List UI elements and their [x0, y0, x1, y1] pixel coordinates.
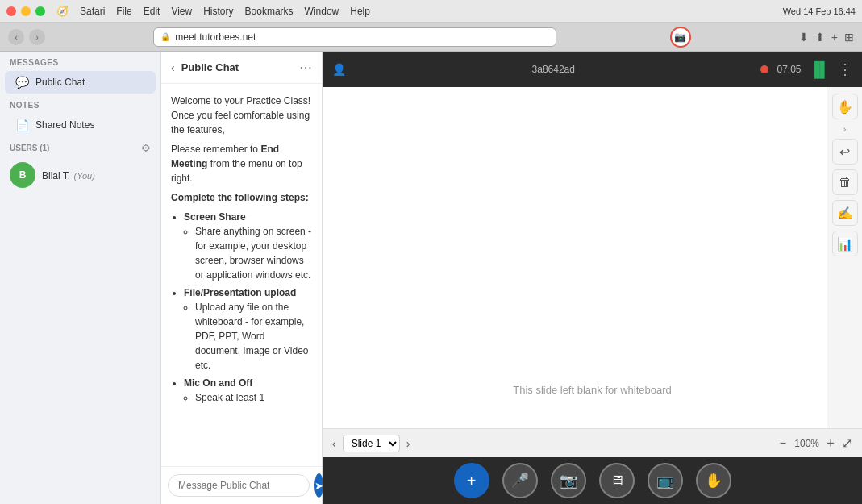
user-display-name: Bilal T.	[42, 170, 70, 181]
zoom-level-display: 100%	[794, 438, 819, 449]
mac-titlebar: 🧭 Safari File Edit View History Bookmark…	[0, 0, 862, 23]
chat-menu-button[interactable]: ⋯	[299, 60, 312, 75]
maximize-button[interactable]	[35, 6, 45, 16]
tab-overview-button[interactable]: ⊞	[844, 31, 854, 44]
sidebar-item-shared-notes[interactable]: 📄 Shared Notes	[5, 114, 156, 136]
avatar: B	[10, 162, 35, 188]
more-options-button[interactable]: ⋮	[838, 60, 852, 78]
chat-message-input[interactable]	[168, 474, 310, 497]
fullscreen-button[interactable]: ⤢	[842, 435, 852, 451]
main-content: MESSAGES 💬 Public Chat NOTES 📄 Shared No…	[0, 52, 862, 504]
camera-permission-button[interactable]: 📷	[670, 27, 691, 48]
signal-bars-icon: ▐▌	[809, 61, 830, 78]
nav-controls[interactable]: ‹ ›	[8, 29, 45, 45]
menu-bookmarks[interactable]: Bookmarks	[245, 6, 294, 17]
trash-button[interactable]: 🗑	[832, 169, 858, 195]
user-list-item[interactable]: B Bilal T. (You)	[0, 159, 160, 191]
mic-toggle-button[interactable]: 🎤	[502, 463, 538, 498]
menu-edit[interactable]: Edit	[144, 6, 160, 17]
chat-steps-list: Screen Share Share anything on screen - …	[171, 210, 312, 405]
participant-icon-button[interactable]: 👤	[332, 63, 346, 76]
users-gear-icon[interactable]: ⚙	[141, 142, 151, 154]
list-item: Mic On and Off Speak at least 1	[184, 376, 312, 405]
bottom-action-bar: + 🎤 📷 🖥 📺 ✋	[323, 457, 862, 504]
menu-file[interactable]: File	[116, 6, 131, 17]
left-sidebar: MESSAGES 💬 Public Chat NOTES 📄 Shared No…	[0, 52, 161, 504]
address-bar[interactable]: 🔒 meet.tutorbees.net	[153, 27, 556, 47]
user-you-label: (You)	[74, 171, 95, 181]
whiteboard-area[interactable]: This slide left blank for whiteboard ✋ ›…	[323, 87, 862, 428]
list-item: File/Presentation upload Upload any file…	[184, 285, 312, 373]
users-section-label: USERS (1)	[10, 144, 138, 152]
notes-section-label: NOTES	[0, 94, 160, 113]
session-id-display: 3a8642ad	[354, 64, 752, 75]
notes-icon: 📄	[15, 119, 29, 131]
slide-selector[interactable]: Slide 1	[343, 435, 400, 452]
chat-icon: 💬	[15, 76, 29, 89]
list-item: Upload any file on the whiteboard - for …	[195, 300, 312, 373]
undo-button[interactable]: ↩	[832, 139, 858, 165]
safari-icon: 🧭	[56, 6, 69, 17]
browser-right-controls: ⬇ ⬆ + ⊞	[799, 31, 854, 44]
whiteboard-tools-panel: ✋ › ↩ 🗑 ✍ 📊	[827, 87, 862, 428]
menu-window[interactable]: Window	[305, 6, 339, 17]
browser-toolbar: ‹ › 🔒 meet.tutorbees.net 📷 ⬇ ⬆ + ⊞	[0, 23, 862, 52]
slide-prev-button[interactable]: ‹	[332, 437, 336, 450]
sidebar-shared-notes-label: Shared Notes	[35, 119, 94, 131]
recording-badge	[760, 65, 768, 73]
chat-panel-title: Public Chat	[181, 61, 293, 73]
zoom-out-button[interactable]: －	[777, 435, 789, 452]
users-header: USERS (1) ⚙	[0, 137, 160, 159]
chart-button[interactable]: 📊	[832, 231, 858, 256]
sidebar-item-public-chat[interactable]: 💬 Public Chat	[5, 71, 156, 94]
forward-button[interactable]: ›	[29, 29, 45, 45]
sidebar-public-chat-label: Public Chat	[35, 77, 85, 88]
tool-divider: ›	[843, 124, 847, 134]
menu-view[interactable]: View	[171, 6, 192, 17]
screen-share-button[interactable]: 📺	[648, 463, 683, 498]
recording-dot	[760, 65, 768, 73]
add-action-button[interactable]: +	[454, 463, 489, 498]
chat-panel: ‹ Public Chat ⋯ Welcome to your Practice…	[161, 52, 323, 504]
download-button[interactable]: ⬇	[799, 31, 809, 44]
close-button[interactable]	[6, 6, 16, 16]
menu-safari[interactable]: Safari	[80, 6, 105, 17]
zoom-controls: － 100% ＋ ⤢	[777, 435, 852, 452]
messages-section-label: MESSAGES	[0, 52, 160, 70]
share-button[interactable]: ⬆	[815, 31, 825, 44]
menu-history[interactable]: History	[203, 6, 233, 17]
chat-intro-text: Welcome to your Practice Class! Once you…	[171, 94, 312, 137]
hand-raise-button[interactable]: ✋	[696, 463, 731, 498]
hand-tool-button[interactable]: ✋	[832, 94, 858, 119]
traffic-lights[interactable]	[6, 6, 45, 16]
zoom-in-button[interactable]: ＋	[824, 435, 837, 452]
chat-end-note: Please remember to End Meeting from the …	[171, 142, 312, 185]
video-top-bar: 👤 3a8642ad 07:05 ▐▌ ⋮	[323, 52, 862, 87]
lock-icon: 🔒	[160, 32, 170, 41]
new-tab-button[interactable]: +	[831, 31, 838, 44]
back-button[interactable]: ‹	[8, 29, 24, 45]
video-area: 👤 3a8642ad 07:05 ▐▌ ⋮ This slide left bl…	[323, 52, 862, 504]
draw-tool-button[interactable]: ✍	[832, 200, 858, 226]
list-item: Speak at least 1	[195, 390, 312, 405]
minimize-button[interactable]	[21, 6, 31, 16]
url-display: meet.tutorbees.net	[175, 31, 256, 43]
screen-share-toggle-button[interactable]: 🖥	[599, 463, 635, 498]
camera-toggle-button[interactable]: 📷	[551, 463, 586, 498]
chat-back-button[interactable]: ‹	[171, 61, 175, 74]
list-item: Share anything on screen - for example, …	[195, 224, 312, 282]
whiteboard-placeholder-text: This slide left blank for whiteboard	[513, 384, 672, 396]
mac-menu-bar: Safari File Edit View History Bookmarks …	[80, 6, 370, 17]
slide-controls-bar: ‹ Slide 1 › － 100% ＋ ⤢	[323, 428, 862, 457]
menu-help[interactable]: Help	[350, 6, 370, 17]
mac-clock: Wed 14 Feb 16:44	[783, 6, 856, 16]
timer-display: 07:05	[777, 64, 801, 75]
slide-next-button[interactable]: ›	[406, 437, 410, 450]
chat-input-area: ➤	[161, 466, 322, 504]
chat-messages-area: Welcome to your Practice Class! Once you…	[161, 84, 322, 466]
chat-header: ‹ Public Chat ⋯	[161, 52, 322, 84]
chat-steps-heading: Complete the following steps:	[171, 190, 312, 205]
clock-display: Wed 14 Feb 16:44	[783, 6, 856, 16]
user-name-container: Bilal T. (You)	[42, 168, 95, 182]
list-item: Screen Share Share anything on screen - …	[184, 210, 312, 282]
